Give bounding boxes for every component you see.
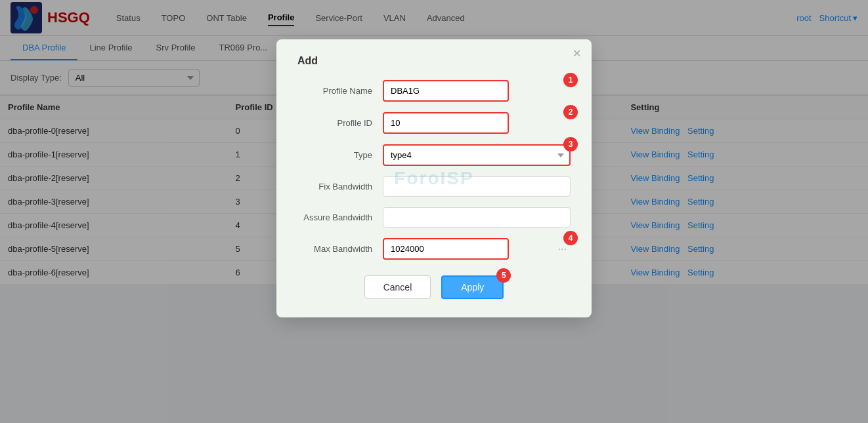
profile-id-row: Profile ID 2 (297, 112, 571, 134)
step-badge-5: 5 (496, 268, 511, 283)
apply-wrapper: Apply 5 (441, 275, 504, 285)
assure-bandwidth-label: Assure Bandwidth (297, 212, 383, 222)
max-bandwidth-row: Max Bandwidth ··· 4 (297, 238, 571, 260)
step-badge-1: 1 (563, 73, 578, 87)
modal-title: Add (297, 55, 571, 67)
apply-button[interactable]: Apply (441, 275, 504, 285)
max-bandwidth-input[interactable] (383, 238, 509, 260)
profile-id-input-wrapper (383, 112, 571, 134)
fix-bandwidth-input[interactable] (383, 176, 571, 197)
modal-close-button[interactable]: ✕ (573, 49, 581, 59)
profile-name-row: Profile Name 1 (297, 80, 571, 102)
profile-name-label: Profile Name (297, 86, 383, 96)
profile-name-input[interactable] (383, 80, 509, 102)
max-bandwidth-label: Max Bandwidth (297, 244, 383, 254)
assure-bandwidth-input[interactable] (383, 207, 571, 228)
modal-overlay: Add ✕ Profile Name 1 Profile ID 2 Type t… (0, 0, 868, 285)
type-label: Type (297, 150, 383, 160)
step-badge-3: 3 (563, 137, 578, 151)
profile-name-input-wrapper (383, 80, 571, 102)
cancel-button[interactable]: Cancel (364, 275, 431, 285)
modal-footer: Cancel Apply 5 (297, 275, 571, 285)
profile-id-input[interactable] (383, 112, 509, 134)
add-modal: Add ✕ Profile Name 1 Profile ID 2 Type t… (276, 39, 592, 285)
assure-bandwidth-row: Assure Bandwidth (297, 207, 571, 228)
max-bandwidth-input-wrapper: ··· (383, 238, 571, 260)
fix-bandwidth-row: Fix Bandwidth (297, 176, 571, 197)
fix-bandwidth-label: Fix Bandwidth (297, 182, 383, 191)
step-badge-4: 4 (563, 231, 578, 245)
step-badge-2: 2 (563, 105, 578, 119)
type-row: Type type4 type1 type2 type3 3 (297, 144, 571, 166)
dots-icon: ··· (558, 243, 567, 255)
type-select[interactable]: type4 type1 type2 type3 (383, 144, 571, 166)
profile-id-label: Profile ID (297, 118, 383, 128)
